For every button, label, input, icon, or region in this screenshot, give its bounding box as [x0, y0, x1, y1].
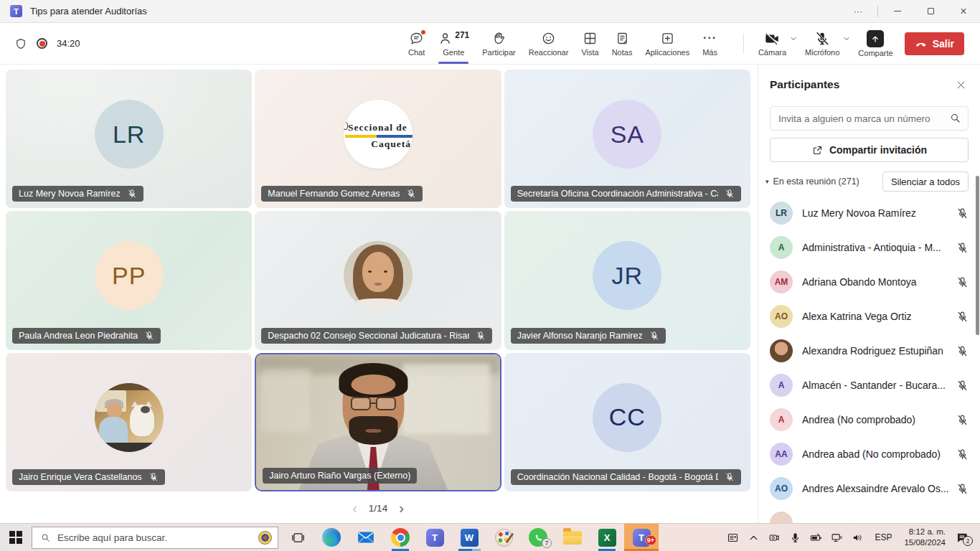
react-smiley-icon — [541, 31, 556, 46]
logo-text-line2: Caquetá — [371, 138, 411, 150]
taskbar-explorer-button[interactable] — [555, 524, 590, 551]
taskbar-search-input[interactable] — [57, 532, 258, 543]
battery-icon[interactable] — [806, 524, 826, 551]
search-icon — [40, 532, 51, 543]
tab-people[interactable]: 271 Gente — [431, 23, 476, 64]
window-more-button[interactable]: ··· — [842, 0, 875, 22]
participant-nametag: Manuel Fernando Gomez Arenas — [261, 186, 423, 202]
network-icon[interactable] — [826, 524, 847, 551]
teams-notification-badge: 9+ — [645, 535, 656, 545]
microphone-button[interactable]: Micrófono — [804, 31, 841, 57]
chrome-icon — [391, 528, 410, 547]
widgets-icon[interactable] — [722, 524, 743, 551]
video-tile-jairo-enrique[interactable]: Jairo Enrique Vera Castellanos — [6, 353, 252, 491]
meeting-timer: 34:20 — [57, 38, 80, 49]
leave-button[interactable]: Salir — [905, 32, 964, 55]
language-indicator[interactable]: ESP — [868, 532, 898, 542]
mic-off-icon — [956, 448, 969, 461]
in-this-meeting-header[interactable]: ▾ En esta reunión (271) — [765, 176, 859, 187]
close-window-button[interactable]: × — [947, 0, 980, 22]
participant-row[interactable]: Alexandra Rodriguez Estupiñan — [758, 334, 980, 368]
taskbar-word-button[interactable] — [452, 524, 486, 551]
volume-icon[interactable] — [847, 524, 868, 551]
tab-chat[interactable]: Chat — [402, 23, 431, 64]
participant-row[interactable]: A Administrativa - Antioquia - M... — [758, 230, 980, 265]
tab-apps[interactable]: Aplicaciones — [639, 23, 696, 64]
tab-notes[interactable]: Notas — [606, 23, 639, 64]
video-tile-coordinacion[interactable]: CC Coordinación Nacional Calidad - Bogot… — [504, 353, 750, 491]
start-button[interactable] — [0, 524, 32, 551]
video-tile-despacho[interactable]: Despacho 02 Consejo Seccional Judicatura… — [255, 211, 501, 349]
video-grid: LR Luz Mery Novoa Ramírez Seccional de C… — [6, 70, 750, 491]
mute-all-button[interactable]: Silenciar a todos — [882, 171, 969, 192]
invite-search-input[interactable] — [770, 106, 969, 131]
video-tile-paula[interactable]: PP Paula Andrea Leon Piedrahita — [6, 211, 252, 349]
tab-view[interactable]: Vista — [575, 23, 605, 64]
titlebar-divider — [877, 6, 878, 17]
teams-meeting-window: Tips para atender Auditorías ··· × 34:20… — [0, 0, 980, 551]
previous-page-chevron[interactable]: ‹ — [352, 501, 357, 515]
mic-off-icon — [956, 276, 969, 288]
taskbar-teams-meeting-button[interactable]: 9+ — [624, 524, 659, 551]
people-count: 271 — [455, 30, 469, 40]
clock[interactable]: 8:12 a. m. 15/08/2024 — [898, 527, 951, 548]
video-tile-javier[interactable]: JR Javier Alfonso Naranjo Ramirez — [504, 211, 750, 349]
taskbar-paint-button[interactable] — [486, 524, 521, 551]
participant-row[interactable]: A Almacén - Santander - Bucara... — [758, 368, 980, 402]
taskbar-excel-button[interactable] — [590, 524, 624, 551]
tab-more[interactable]: ··· Más — [696, 23, 724, 64]
video-tile-luz-mery[interactable]: LR Luz Mery Novoa Ramírez — [6, 70, 252, 208]
share-invitation-button[interactable]: Compartir invitación — [770, 138, 969, 162]
windows-taskbar: 7 9+ ESP 8:12 a. m. 15/08/2024 — [0, 523, 980, 551]
taskbar-mail-button[interactable] — [349, 524, 383, 551]
video-tile-manuel[interactable]: Seccional de Caquetá Manuel Fernando Gom… — [255, 70, 501, 208]
participant-row[interactable]: A Andrea (No comprobado) — [758, 402, 980, 437]
taskbar-edge-button[interactable] — [314, 524, 349, 551]
share-screen-icon — [867, 30, 884, 47]
mic-off-icon — [406, 189, 416, 199]
taskbar-teams-button[interactable] — [418, 524, 452, 551]
excel-icon — [598, 529, 616, 547]
participant-name: Despacho 02 Consejo Seccional Judicatura… — [268, 331, 468, 341]
tray-microphone-icon[interactable] — [785, 524, 806, 551]
avatar-logo: Seccional de Caquetá — [344, 100, 413, 169]
coat-of-arms-icon[interactable] — [258, 531, 272, 545]
video-tile-secretaria[interactable]: SA Secretaría Oficina Coordinación Admin… — [504, 70, 750, 208]
avatar-initials: JR — [593, 241, 661, 310]
notification-center-button[interactable]: 2 — [951, 524, 976, 551]
video-tile-jairo-arturo-speaking[interactable]: Jairo Arturo Riaño Vargas (Externo) — [255, 353, 501, 491]
participant-list: LR Luz Mery Novoa Ramírez A Administrati… — [758, 196, 980, 523]
mic-off-icon — [476, 331, 486, 341]
avatar-initials: SA — [593, 100, 661, 169]
taskbar-whatsapp-button[interactable]: 7 — [521, 524, 555, 551]
mic-off-icon — [814, 31, 830, 47]
camera-button[interactable]: Cámara — [757, 31, 788, 57]
tab-react[interactable]: Reaccionar — [522, 23, 575, 64]
participant-row[interactable]: AM Adriana Obando Montoya — [758, 265, 980, 299]
tray-camera-icon[interactable] — [764, 524, 785, 551]
panel-scrollbar-thumb[interactable] — [976, 176, 979, 335]
mic-off-icon — [725, 189, 735, 199]
close-panel-icon[interactable] — [953, 77, 969, 93]
taskbar-search-box[interactable] — [32, 527, 278, 549]
participant-row[interactable]: AO Andres Alexsaindre Arevalo Os... — [758, 471, 980, 506]
microphone-chevron-icon[interactable] — [842, 34, 851, 43]
participant-row[interactable]: AO Alexa Katrina Vega Ortiz — [758, 299, 980, 334]
minimize-button[interactable] — [881, 0, 914, 22]
restore-button[interactable] — [914, 0, 947, 22]
taskbar-chrome-button[interactable] — [383, 524, 418, 551]
share-screen-button[interactable]: Comparte — [857, 30, 894, 57]
participant-row-partial[interactable] — [758, 506, 980, 523]
participant-row[interactable]: LR Luz Mery Novoa Ramírez — [758, 196, 980, 230]
teams-app-icon — [10, 5, 22, 17]
next-page-chevron[interactable]: › — [399, 501, 404, 515]
grid-pagination: ‹ 1/14 › — [6, 498, 750, 518]
task-view-button[interactable] — [283, 524, 313, 551]
notes-icon — [615, 31, 630, 46]
teams-icon — [426, 529, 444, 547]
camera-chevron-icon[interactable] — [789, 34, 798, 43]
participant-row[interactable]: AA Andrea abad (No comprobado) — [758, 437, 980, 471]
hidden-icons-chevron[interactable] — [743, 524, 764, 551]
tab-raise-hand[interactable]: Participar — [476, 23, 522, 64]
security-shield-icon[interactable] — [14, 37, 27, 50]
